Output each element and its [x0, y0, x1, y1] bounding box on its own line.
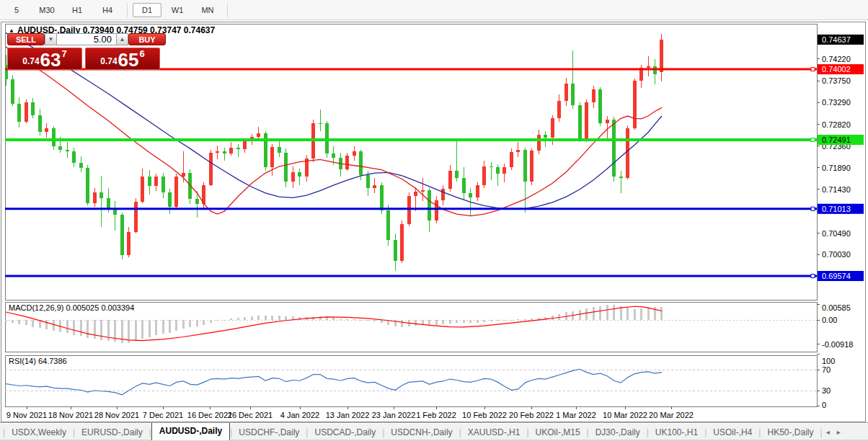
- svg-text:10 Mar 2022: 10 Mar 2022: [603, 411, 647, 419]
- timeframe-button-5[interactable]: 5: [2, 3, 31, 17]
- svg-text:0.73750: 0.73750: [822, 76, 851, 85]
- svg-text:9 Nov 2021: 9 Nov 2021: [6, 411, 47, 419]
- price-tag: 0.74637: [818, 35, 864, 45]
- rsi-pane[interactable]: [5, 355, 817, 406]
- svg-text:0.70030: 0.70030: [822, 250, 851, 259]
- macd-label: MACD(12,26,9) 0.005025 0.003394: [9, 303, 134, 312]
- tab-scroll-right-icon[interactable]: ▸: [833, 427, 844, 437]
- tab-eurusd-daily[interactable]: EURUSD-,Daily: [75, 425, 149, 440]
- svg-text:23 Jan 2022: 23 Jan 2022: [372, 411, 416, 419]
- timeframe-button-h1[interactable]: H1: [63, 3, 92, 17]
- svg-text:28 Nov 2021: 28 Nov 2021: [94, 411, 139, 419]
- svg-text:0: 0: [822, 401, 826, 409]
- timeframe-button-h4[interactable]: H4: [93, 3, 122, 17]
- svg-text:13 Jan 2022: 13 Jan 2022: [326, 411, 370, 419]
- svg-text:0.69574: 0.69574: [822, 272, 851, 280]
- svg-text:10 Feb 2022: 10 Feb 2022: [462, 411, 507, 419]
- svg-text:1 Feb 2022: 1 Feb 2022: [416, 411, 456, 419]
- line-handle[interactable]: [811, 138, 815, 142]
- svg-text:100: 100: [822, 357, 835, 365]
- sell-button[interactable]: SELL: [7, 33, 45, 45]
- tab-uk100-h1[interactable]: UK100-,H1: [649, 425, 704, 440]
- svg-text:0.71013: 0.71013: [822, 205, 851, 213]
- date-axis: 9 Nov 202118 Nov 202128 Nov 20217 Dec 20…: [6, 406, 694, 419]
- chart-window[interactable]: ▲AUDUSD-,Daily 0.73940 0.74759 0.73747 0…: [1, 22, 866, 422]
- sell-price-big: 63: [40, 52, 61, 68]
- sell-price-prefix: 0.74: [22, 56, 39, 66]
- svg-text:1 Mar 2022: 1 Mar 2022: [556, 411, 596, 419]
- svg-text:0.72820: 0.72820: [822, 120, 851, 129]
- svg-text:0.74220: 0.74220: [822, 55, 851, 63]
- tab-usdchf-daily[interactable]: USDCHF-,Daily: [232, 425, 306, 440]
- sell-price-pip: 7: [62, 48, 67, 59]
- price-tag: 0.69574: [818, 271, 864, 281]
- buy-button[interactable]: BUY: [128, 33, 166, 45]
- one-click-trade-panel: SELL ▼ ▲ BUY 0.74637 0.74656: [7, 33, 166, 70]
- line-handle[interactable]: [811, 207, 815, 210]
- volume-input[interactable]: [57, 33, 116, 45]
- toolbar-separator: [227, 3, 228, 17]
- volume-decrease-icon[interactable]: ▼: [45, 33, 57, 45]
- tab-ukoil-m15[interactable]: UKOil-,M15: [529, 425, 587, 440]
- svg-text:20 Feb 2022: 20 Feb 2022: [509, 411, 554, 419]
- tab-hk50-daily[interactable]: HK50-,Daily: [761, 425, 820, 440]
- buy-price-display[interactable]: 0.74656: [85, 48, 160, 70]
- svg-text:0.74002: 0.74002: [822, 65, 851, 74]
- tab-scroll-left-icon[interactable]: ◂: [823, 427, 833, 437]
- svg-text:0.74637: 0.74637: [822, 35, 851, 44]
- svg-text:0.00: 0.00: [822, 316, 837, 324]
- svg-text:16 Dec 2021: 16 Dec 2021: [187, 411, 232, 419]
- timeframe-button-m30[interactable]: M30: [32, 3, 61, 17]
- svg-text:70: 70: [822, 365, 831, 374]
- svg-text:0.73290: 0.73290: [822, 98, 851, 107]
- svg-text:26 Dec 2021: 26 Dec 2021: [228, 411, 273, 419]
- svg-text:30: 30: [822, 386, 831, 395]
- svg-text:0.70490: 0.70490: [822, 229, 851, 238]
- tab-audusd-daily[interactable]: AUDUSD-,Daily: [151, 422, 230, 440]
- tab-usdcnh-daily[interactable]: USDCNH-,Daily: [384, 425, 459, 440]
- volume-increase-icon[interactable]: ▲: [116, 33, 128, 45]
- svg-text:4 Jan 2022: 4 Jan 2022: [280, 411, 319, 419]
- timeframe-button-mn[interactable]: MN: [193, 3, 222, 17]
- timeframe-button-d1[interactable]: D1: [133, 3, 161, 17]
- sell-price-display[interactable]: 0.74637: [7, 48, 82, 70]
- tab-usoil-h4[interactable]: USOil-,H4: [707, 425, 758, 440]
- symbol-tab-bar: |USDX,Weekly|EURUSD-,Daily|AUDUSD-,Daily…: [0, 422, 868, 441]
- price-tag: 0.72491: [818, 135, 864, 145]
- tab-usdcad-daily[interactable]: USDCAD-,Daily: [308, 425, 382, 440]
- line-handle[interactable]: [811, 275, 815, 278]
- tab-usdx-weekly[interactable]: USDX,Weekly: [5, 425, 73, 440]
- svg-text:18 Nov 2021: 18 Nov 2021: [48, 411, 93, 419]
- svg-text:-0.00918: -0.00918: [822, 340, 853, 349]
- price-tag: 0.71013: [818, 204, 864, 214]
- svg-text:7 Dec 2021: 7 Dec 2021: [143, 411, 183, 419]
- buy-price-prefix: 0.74: [100, 56, 117, 66]
- rsi-label: RSI(14) 64.7386: [9, 357, 67, 365]
- timeframe-toolbar: 5M30H1H4D1W1MN: [0, 0, 868, 20]
- mt4-terminal: { "toolbar": { "timeframes": [ {"label":…: [0, 0, 868, 441]
- price-chart[interactable]: ▲AUDUSD-,Daily 0.73940 0.74759 0.73747 0…: [1, 22, 865, 422]
- svg-text:0.71890: 0.71890: [822, 164, 851, 172]
- buy-price-pip: 6: [140, 48, 145, 59]
- toolbar-separator: [127, 3, 128, 17]
- timeframe-button-w1[interactable]: W1: [163, 3, 192, 17]
- svg-text:0.00585: 0.00585: [822, 303, 851, 312]
- line-handle[interactable]: [811, 68, 815, 71]
- svg-text:0.72491: 0.72491: [822, 135, 851, 144]
- tab-xauusd-h1[interactable]: XAUUSD-,H1: [461, 425, 527, 440]
- svg-text:20 Mar 2022: 20 Mar 2022: [649, 411, 694, 419]
- buy-price-big: 65: [118, 52, 139, 68]
- price-tag: 0.74002: [818, 64, 864, 74]
- svg-text:0.71430: 0.71430: [822, 185, 851, 194]
- tab-dj30-daily[interactable]: DJ30-,Daily: [589, 425, 647, 440]
- price-axis: 0.746900.742200.737500.732900.728200.723…: [817, 33, 864, 281]
